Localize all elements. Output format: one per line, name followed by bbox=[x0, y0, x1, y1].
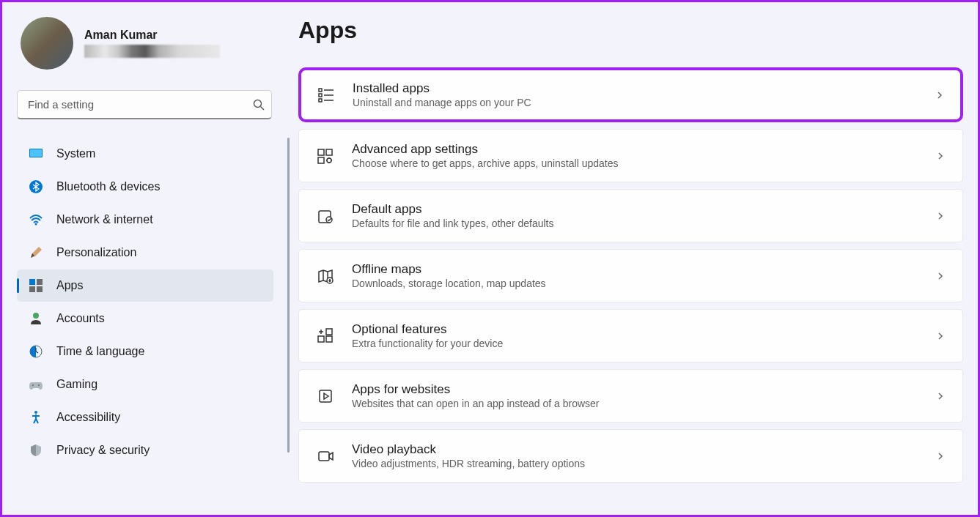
card-desc: Video adjustments, HDR streaming, batter… bbox=[352, 458, 918, 469]
offline-maps-icon bbox=[317, 267, 334, 285]
profile-email-blurred bbox=[84, 45, 220, 58]
sidebar-item-personalization[interactable]: Personalization bbox=[17, 237, 273, 269]
svg-rect-30 bbox=[326, 336, 332, 342]
sidebar-item-time[interactable]: Time & language bbox=[17, 335, 273, 368]
svg-point-25 bbox=[327, 158, 331, 163]
card-desc: Downloads, storage location, map updates bbox=[352, 278, 918, 289]
sidebar-item-apps[interactable]: Apps bbox=[17, 269, 273, 302]
card-advanced-app-settings[interactable]: Advanced app settings Choose where to ge… bbox=[298, 129, 963, 182]
svg-rect-17 bbox=[319, 94, 322, 97]
svg-rect-6 bbox=[29, 279, 35, 285]
sidebar-item-label: Accessibility bbox=[56, 411, 120, 424]
chevron-right-icon bbox=[936, 152, 945, 160]
card-desc: Websites that can open in an app instead… bbox=[352, 398, 918, 409]
card-video-playback[interactable]: Video playback Video adjustments, HDR st… bbox=[298, 429, 963, 483]
nav-list: System Bluetooth & devices Network & int… bbox=[17, 138, 273, 466]
apps-icon bbox=[29, 278, 43, 293]
svg-rect-33 bbox=[319, 452, 329, 461]
sidebar-item-label: Network & internet bbox=[56, 213, 153, 226]
sidebar-item-privacy[interactable]: Privacy & security bbox=[17, 434, 273, 466]
sidebar-item-label: System bbox=[56, 147, 95, 160]
svg-rect-9 bbox=[37, 286, 43, 292]
profile-name: Aman Kumar bbox=[84, 29, 220, 42]
svg-rect-7 bbox=[37, 279, 43, 285]
svg-point-0 bbox=[254, 100, 262, 108]
svg-point-5 bbox=[35, 223, 37, 226]
card-title: Apps for websites bbox=[352, 382, 918, 397]
sidebar-item-network[interactable]: Network & internet bbox=[17, 204, 273, 236]
search-icon bbox=[253, 99, 265, 111]
card-title: Installed apps bbox=[353, 81, 918, 96]
chevron-right-icon bbox=[936, 212, 945, 220]
svg-rect-18 bbox=[319, 99, 322, 102]
svg-point-13 bbox=[32, 384, 34, 386]
scrollbar[interactable] bbox=[287, 138, 290, 453]
card-title: Default apps bbox=[352, 202, 918, 217]
accounts-icon bbox=[29, 311, 43, 326]
sidebar-item-accessibility[interactable]: Accessibility bbox=[17, 401, 273, 434]
page-title: Apps bbox=[298, 17, 963, 44]
sidebar-item-label: Bluetooth & devices bbox=[56, 180, 160, 193]
card-title: Offline maps bbox=[352, 262, 918, 277]
svg-rect-23 bbox=[326, 149, 332, 155]
svg-line-1 bbox=[261, 107, 265, 111]
svg-rect-3 bbox=[30, 149, 42, 157]
sidebar-item-label: Time & language bbox=[56, 345, 144, 358]
card-title: Video playback bbox=[352, 442, 918, 457]
personalization-icon bbox=[29, 245, 43, 260]
sidebar-item-label: Gaming bbox=[56, 378, 97, 391]
svg-rect-8 bbox=[29, 286, 35, 292]
card-desc: Extra functionality for your device bbox=[352, 338, 918, 349]
sidebar-item-system[interactable]: System bbox=[17, 138, 273, 170]
card-title: Optional features bbox=[352, 322, 918, 337]
svg-rect-16 bbox=[319, 89, 322, 92]
apps-websites-icon bbox=[317, 387, 334, 405]
sidebar-item-bluetooth[interactable]: Bluetooth & devices bbox=[17, 171, 273, 203]
time-icon bbox=[29, 344, 43, 359]
avatar bbox=[21, 17, 73, 70]
svg-rect-29 bbox=[318, 336, 324, 342]
video-playback-icon bbox=[317, 447, 334, 465]
card-desc: Defaults for file and link types, other … bbox=[352, 217, 918, 229]
accessibility-icon bbox=[29, 410, 43, 425]
privacy-icon bbox=[29, 443, 43, 458]
advanced-settings-icon bbox=[317, 147, 334, 165]
sidebar-item-label: Accounts bbox=[56, 312, 105, 325]
card-desc: Uninstall and manage apps on your PC bbox=[353, 97, 918, 108]
card-desc: Choose where to get apps, archive apps, … bbox=[352, 157, 918, 169]
chevron-right-icon bbox=[935, 91, 944, 100]
default-apps-icon bbox=[317, 207, 334, 225]
gaming-icon bbox=[29, 377, 43, 392]
svg-point-10 bbox=[33, 313, 39, 319]
sidebar-item-gaming[interactable]: Gaming bbox=[17, 368, 273, 401]
sidebar-item-accounts[interactable]: Accounts bbox=[17, 302, 273, 335]
card-title: Advanced app settings bbox=[352, 142, 918, 157]
svg-point-14 bbox=[38, 384, 40, 386]
sidebar-item-label: Personalization bbox=[56, 246, 136, 259]
svg-point-15 bbox=[34, 411, 37, 414]
system-icon bbox=[29, 146, 43, 161]
card-offline-maps[interactable]: Offline maps Downloads, storage location… bbox=[298, 249, 963, 302]
optional-features-icon bbox=[317, 327, 334, 345]
chevron-right-icon bbox=[936, 332, 945, 341]
card-apps-for-websites[interactable]: Apps for websites Websites that can open… bbox=[298, 369, 963, 423]
chevron-right-icon bbox=[936, 392, 945, 401]
sidebar-item-label: Apps bbox=[56, 279, 83, 292]
search-input[interactable] bbox=[17, 90, 272, 119]
svg-rect-32 bbox=[320, 390, 331, 402]
profile-section[interactable]: Aman Kumar bbox=[17, 17, 273, 70]
svg-rect-24 bbox=[318, 157, 324, 163]
bluetooth-icon bbox=[29, 179, 43, 194]
chevron-right-icon bbox=[936, 272, 945, 280]
card-default-apps[interactable]: Default apps Defaults for file and link … bbox=[298, 189, 963, 242]
card-installed-apps[interactable]: Installed apps Uninstall and manage apps… bbox=[298, 67, 963, 122]
sidebar-item-label: Privacy & security bbox=[56, 444, 150, 457]
chevron-right-icon bbox=[936, 452, 945, 461]
card-optional-features[interactable]: Optional features Extra functionality fo… bbox=[298, 309, 963, 362]
svg-rect-22 bbox=[318, 149, 324, 155]
installed-apps-icon bbox=[317, 86, 335, 104]
network-icon bbox=[29, 212, 43, 227]
svg-rect-31 bbox=[326, 329, 332, 335]
